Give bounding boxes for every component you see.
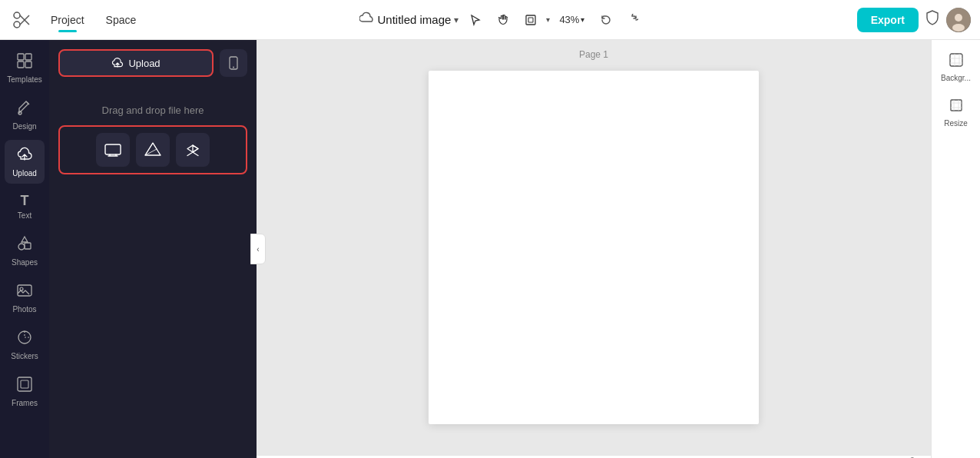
drag-drop-text: Drag and drop file here	[58, 105, 247, 116]
stickers-icon	[16, 329, 33, 350]
topbar-right: Export	[857, 8, 971, 32]
nav-project[interactable]: Project	[40, 9, 95, 31]
svg-point-18	[20, 287, 23, 290]
device-upload-btn[interactable]	[96, 133, 130, 167]
svg-point-0	[14, 12, 20, 18]
sidebar-item-frames[interactable]: Frames	[5, 370, 45, 413]
cloud-icon	[359, 12, 375, 28]
svg-point-23	[233, 67, 234, 68]
frames-label: Frames	[12, 399, 38, 407]
zoom-control[interactable]: 43% ▾	[553, 11, 591, 28]
background-label: Backgr...	[941, 74, 971, 82]
canvas-bottom-bar: Add page ‹ 1/1 ›	[257, 455, 931, 458]
title-area: Untitled image ▾	[359, 12, 459, 28]
background-icon	[949, 52, 964, 71]
topbar-center: Untitled image ▾ ▾ 43%	[153, 8, 850, 32]
photos-icon	[16, 282, 33, 303]
sidebar-item-design[interactable]: Design	[5, 93, 45, 137]
svg-rect-35	[951, 100, 962, 111]
templates-icon	[16, 52, 33, 73]
svg-rect-5	[528, 18, 533, 22]
user-avatar[interactable]	[946, 8, 971, 32]
upload-button[interactable]: Upload	[58, 49, 214, 77]
left-panel: Upload Drag and drop file here	[49, 40, 257, 458]
pan-tool-btn[interactable]	[491, 8, 515, 32]
photos-label: Photos	[12, 305, 36, 314]
svg-point-7	[955, 14, 962, 22]
sidebar-item-stickers[interactable]: Stickers	[5, 323, 45, 367]
upload-icon	[16, 146, 33, 167]
svg-rect-15	[25, 243, 31, 249]
upload-sources	[58, 125, 247, 174]
sidebar-item-photos[interactable]: Photos	[5, 276, 45, 320]
svg-marker-28	[193, 145, 198, 152]
svg-rect-20	[18, 377, 31, 391]
svg-point-8	[952, 24, 965, 32]
stickers-label: Stickers	[11, 352, 38, 360]
shield-icon[interactable]	[925, 9, 940, 30]
resize-label: Resize	[944, 119, 968, 128]
export-button[interactable]: Export	[857, 8, 919, 32]
svg-marker-25	[145, 143, 161, 155]
sidebar-item-templates[interactable]: Templates	[5, 46, 45, 90]
frame-tool-btn[interactable]	[518, 8, 543, 32]
svg-rect-17	[18, 285, 31, 296]
sidebar-item-upload[interactable]: Upload	[5, 140, 45, 184]
templates-label: Templates	[7, 75, 42, 84]
dropbox-btn[interactable]	[176, 133, 210, 167]
svg-rect-12	[25, 61, 31, 68]
svg-rect-24	[105, 144, 121, 154]
zoom-value: 43%	[559, 14, 579, 25]
svg-rect-9	[18, 54, 24, 60]
text-label: Text	[18, 211, 31, 220]
svg-point-13	[18, 111, 22, 114]
collapse-icon: ‹	[257, 245, 259, 254]
panel-header: Upload	[49, 40, 257, 83]
svg-rect-21	[21, 380, 28, 388]
panel-collapse-btn[interactable]: ‹	[250, 234, 266, 264]
logo-icon[interactable]	[9, 8, 34, 32]
sidebar-item-text[interactable]: T Text	[5, 187, 45, 226]
svg-rect-10	[25, 54, 31, 60]
topbar-tools: ▾ 43% ▾	[463, 8, 644, 32]
document-title[interactable]: Untitled image	[378, 13, 452, 26]
main-layout: Templates Design Upload T T	[0, 40, 980, 458]
text-icon: T	[21, 193, 29, 209]
google-drive-btn[interactable]	[136, 133, 170, 167]
canvas-page[interactable]	[429, 71, 759, 424]
svg-marker-16	[22, 237, 28, 242]
sidebar-item-shapes[interactable]: Shapes	[5, 229, 45, 273]
canvas-inner[interactable]	[257, 40, 931, 455]
frame-chevron-icon[interactable]: ▾	[546, 15, 550, 24]
panel-content: Drag and drop file here	[49, 83, 257, 458]
undo-btn[interactable]	[594, 8, 618, 32]
svg-rect-11	[18, 61, 24, 68]
right-panel: Backgr... Resize	[931, 40, 980, 458]
resize-panel-btn[interactable]: Resize	[936, 91, 976, 134]
select-tool-btn[interactable]	[463, 8, 488, 32]
upload-btn-label: Upload	[128, 58, 160, 69]
resize-icon	[949, 98, 964, 117]
icon-sidebar: Templates Design Upload T T	[0, 40, 49, 458]
shapes-icon	[16, 235, 33, 256]
topbar: Project Space Untitled image ▾	[0, 0, 980, 40]
svg-rect-34	[950, 54, 962, 66]
undo-redo-group	[594, 8, 644, 32]
svg-point-14	[18, 244, 25, 250]
title-chevron-icon[interactable]: ▾	[454, 15, 459, 25]
page-label: Page 1	[579, 49, 608, 60]
topbar-nav: Project Space	[40, 9, 147, 31]
nav-space[interactable]: Space	[95, 9, 147, 31]
mobile-btn[interactable]	[220, 49, 247, 77]
background-panel-btn[interactable]: Backgr...	[936, 46, 976, 88]
design-label: Design	[12, 122, 36, 131]
svg-point-1	[14, 22, 20, 28]
zoom-chevron-icon: ▾	[581, 15, 584, 24]
upload-label: Upload	[12, 169, 37, 178]
canvas-area: Page 1	[257, 40, 931, 458]
topbar-left: Project Space	[9, 8, 147, 32]
frames-icon	[16, 376, 33, 397]
design-icon	[16, 99, 33, 120]
redo-btn[interactable]	[620, 8, 644, 32]
svg-rect-4	[526, 15, 535, 25]
